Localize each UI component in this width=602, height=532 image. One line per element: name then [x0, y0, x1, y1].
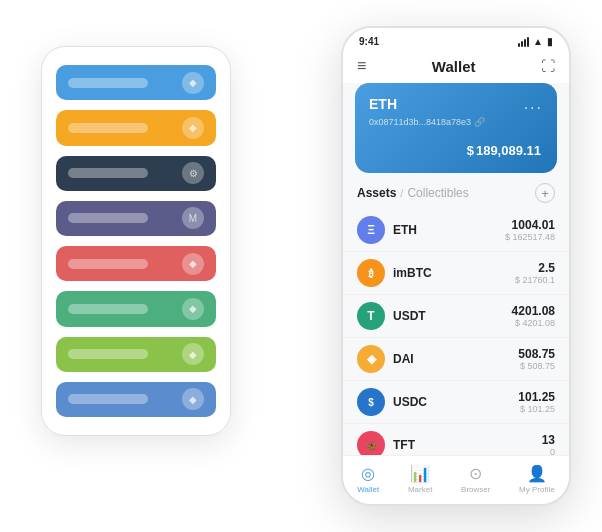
signal-icon: [518, 37, 529, 47]
nav-browser[interactable]: ⊙ Browser: [461, 464, 490, 494]
nav-profile[interactable]: 👤 My Profile: [519, 464, 555, 494]
market-nav-label: Market: [408, 485, 432, 494]
tft-amount: 13: [542, 433, 555, 447]
theme-card-bar-7: [68, 349, 148, 359]
dai-icon: ◈: [357, 345, 385, 373]
theme-card-icon-8: ◆: [182, 388, 204, 410]
usdc-values: 101.25 $ 101.25: [518, 390, 555, 414]
list-item[interactable]: ◈ DAI 508.75 $ 508.75: [343, 338, 569, 381]
profile-nav-icon: 👤: [527, 464, 547, 483]
tab-separator: /: [400, 187, 403, 199]
browser-nav-icon: ⊙: [469, 464, 482, 483]
eth-card-menu-icon[interactable]: ...: [524, 95, 543, 113]
theme-card-icon-3: ⚙: [182, 162, 204, 184]
list-item[interactable]: ₿ imBTC 2.5 $ 21760.1: [343, 252, 569, 295]
imbtc-usd: $ 21760.1: [515, 275, 555, 285]
eth-values: 1004.01 $ 162517.48: [505, 218, 555, 242]
menu-icon[interactable]: ≡: [357, 57, 366, 75]
theme-card-8[interactable]: ◆: [56, 382, 216, 417]
market-nav-icon: 📊: [410, 464, 430, 483]
nav-wallet[interactable]: ◎ Wallet: [357, 464, 379, 494]
eth-card[interactable]: ETH ... 0x08711d3b...8418a78e3 🔗 $189,08…: [355, 83, 557, 173]
balance-symbol: $: [467, 143, 474, 158]
theme-card-bar-2: [68, 123, 148, 133]
scene: ◆ ◆ ⚙ M ◆ ◆ ◆ ◆: [21, 16, 581, 516]
dai-values: 508.75 $ 508.75: [518, 347, 555, 371]
usdt-icon: T: [357, 302, 385, 330]
theme-card-icon-4: M: [182, 207, 204, 229]
wallet-nav-label: Wallet: [357, 485, 379, 494]
eth-card-top: ETH ...: [369, 95, 543, 113]
theme-card-bar-8: [68, 394, 148, 404]
tft-icon: 🦋: [357, 431, 385, 455]
dai-usd: $ 508.75: [518, 361, 555, 371]
eth-usd: $ 162517.48: [505, 232, 555, 242]
usdt-name: USDT: [393, 309, 512, 323]
usdc-amount: 101.25: [518, 390, 555, 404]
usdt-values: 4201.08 $ 4201.08: [512, 304, 555, 328]
usdt-usd: $ 4201.08: [512, 318, 555, 328]
profile-nav-label: My Profile: [519, 485, 555, 494]
theme-card-4[interactable]: M: [56, 201, 216, 236]
balance-amount: 189,089.11: [476, 143, 541, 158]
theme-card-bar-5: [68, 259, 148, 269]
wallet-nav-icon: ◎: [361, 464, 375, 483]
back-phone: ◆ ◆ ⚙ M ◆ ◆ ◆ ◆: [41, 46, 231, 436]
usdc-name: USDC: [393, 395, 518, 409]
eth-name: ETH: [393, 223, 505, 237]
imbtc-amount: 2.5: [515, 261, 555, 275]
imbtc-icon: ₿: [357, 259, 385, 287]
tft-usd: 0: [542, 447, 555, 455]
theme-card-6[interactable]: ◆: [56, 291, 216, 326]
theme-card-icon-2: ◆: [182, 117, 204, 139]
list-item[interactable]: $ USDC 101.25 $ 101.25: [343, 381, 569, 424]
theme-card-2[interactable]: ◆: [56, 110, 216, 145]
theme-card-7[interactable]: ◆: [56, 337, 216, 372]
front-phone: 9:41 ▲ ▮ ≡ Wallet ⛶ ETH ...: [341, 26, 571, 506]
theme-card-3[interactable]: ⚙: [56, 156, 216, 191]
tft-name: TFT: [393, 438, 542, 452]
dai-amount: 508.75: [518, 347, 555, 361]
wifi-icon: ▲: [533, 36, 543, 47]
phone-header: ≡ Wallet ⛶: [343, 51, 569, 83]
theme-card-5[interactable]: ◆: [56, 246, 216, 281]
list-item[interactable]: 🦋 TFT 13 0: [343, 424, 569, 455]
theme-card-icon-6: ◆: [182, 298, 204, 320]
nav-market[interactable]: 📊 Market: [408, 464, 432, 494]
eth-icon: Ξ: [357, 216, 385, 244]
theme-card-icon-7: ◆: [182, 343, 204, 365]
usdt-amount: 4201.08: [512, 304, 555, 318]
eth-amount: 1004.01: [505, 218, 555, 232]
header-title: Wallet: [432, 58, 476, 75]
list-item[interactable]: Ξ ETH 1004.01 $ 162517.48: [343, 209, 569, 252]
scan-icon[interactable]: ⛶: [541, 58, 555, 74]
imbtc-values: 2.5 $ 21760.1: [515, 261, 555, 285]
tab-collectibles[interactable]: Collectibles: [407, 186, 468, 200]
asset-list: Ξ ETH 1004.01 $ 162517.48 ₿ imBTC 2.5 $ …: [343, 209, 569, 455]
theme-card-bar-4: [68, 213, 148, 223]
tft-values: 13 0: [542, 433, 555, 455]
tab-assets[interactable]: Assets: [357, 186, 396, 200]
list-item[interactable]: T USDT 4201.08 $ 4201.08: [343, 295, 569, 338]
usdc-icon: $: [357, 388, 385, 416]
theme-card-bar-1: [68, 78, 148, 88]
usdc-usd: $ 101.25: [518, 404, 555, 414]
eth-card-balance: $189,089.11: [369, 135, 543, 161]
theme-card-bar-3: [68, 168, 148, 178]
status-bar: 9:41 ▲ ▮: [343, 28, 569, 51]
eth-card-address: 0x08711d3b...8418a78e3 🔗: [369, 117, 543, 127]
browser-nav-label: Browser: [461, 485, 490, 494]
bottom-nav: ◎ Wallet 📊 Market ⊙ Browser 👤 My Profile: [343, 455, 569, 504]
imbtc-name: imBTC: [393, 266, 515, 280]
assets-header: Assets / Collectibles +: [343, 173, 569, 209]
battery-icon: ▮: [547, 36, 553, 47]
theme-card-bar-6: [68, 304, 148, 314]
theme-card-1[interactable]: ◆: [56, 65, 216, 100]
assets-tabs: Assets / Collectibles: [357, 186, 469, 200]
add-asset-button[interactable]: +: [535, 183, 555, 203]
theme-card-icon-5: ◆: [182, 253, 204, 275]
status-time: 9:41: [359, 36, 379, 47]
theme-card-icon-1: ◆: [182, 72, 204, 94]
status-icons: ▲ ▮: [518, 36, 553, 47]
eth-card-label: ETH: [369, 96, 397, 112]
